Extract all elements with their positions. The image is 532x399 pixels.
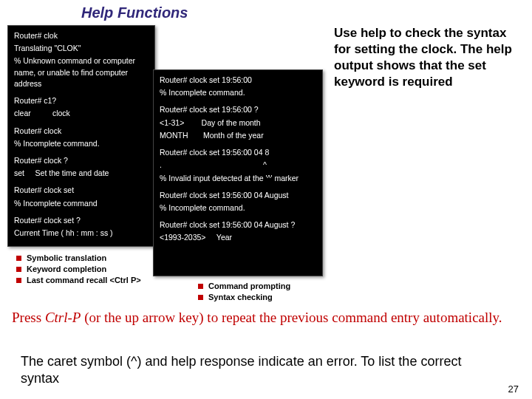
- term-line: Router# clock set ?: [14, 215, 149, 226]
- term-block: Router# clock set % Incomplete command: [14, 185, 149, 208]
- term-line: Router# clock: [14, 126, 149, 137]
- term-block: Router# c1? clear clock: [14, 95, 149, 119]
- tip-keystroke: Ctrl-P: [45, 310, 81, 325]
- tip-note: Press Ctrl-P (or the up arrow key) to re…: [12, 309, 514, 327]
- list-item: Syntax checking: [198, 292, 290, 303]
- term-block: Router# clock set 19:56:00 % Incomplete …: [160, 75, 316, 98]
- terminal-right: Router# clock set 19:56:00 % Incomplete …: [153, 69, 323, 276]
- slide-title: Help Functions: [81, 4, 188, 21]
- term-block: Router# clock % Incomplete command.: [14, 126, 149, 149]
- term-line: Translating "CLOK": [14, 43, 149, 54]
- term-line: % Unknown command or computer name, or u…: [14, 55, 149, 89]
- feature-list-right: Command prompting Syntax checking: [198, 281, 290, 303]
- list-item: Last command recall <Ctrl P>: [16, 275, 141, 286]
- term-block: Router# clock ? set Set the time and dat…: [14, 155, 149, 179]
- term-block: Router# clock set ? Current Time ( hh : …: [14, 215, 149, 239]
- term-line: Router# clock set 19:56:00 04 August ?: [160, 219, 316, 231]
- term-line: . ^: [160, 160, 316, 171]
- term-line: set Set the time and date: [14, 168, 149, 179]
- explanation-text: Use help to check the syntax for setting…: [334, 25, 519, 90]
- term-line: Router# clock set 19:56:00 04 August: [160, 190, 316, 201]
- term-line: Router# clock set 19:56:00: [160, 75, 316, 86]
- term-line: % Incomplete command.: [160, 202, 316, 214]
- term-line: clear clock: [14, 108, 149, 119]
- terminal-left: Router# clok Translating "CLOK" % Unknow…: [7, 25, 155, 247]
- term-line: <1-31> Day of the month: [160, 117, 316, 129]
- term-line: % Incomplete command.: [14, 138, 149, 149]
- term-block: Router# clock set 19:56:00 04 8 . ^ % In…: [160, 147, 316, 184]
- term-line: Router# c1?: [14, 95, 149, 106]
- list-item: Keyword completion: [16, 264, 141, 275]
- caret-note: The caret symbol (^) and help response i…: [21, 353, 494, 388]
- page-number: 27: [508, 383, 519, 395]
- term-line: % Incomplete command: [14, 198, 149, 209]
- term-line: Router# clock set: [14, 185, 149, 196]
- term-line: <1993-2035> Year: [160, 232, 316, 243]
- term-line: % Incomplete command.: [160, 87, 316, 98]
- tip-text: Press: [12, 310, 45, 325]
- term-block: Router# clok Translating "CLOK" % Unknow…: [14, 30, 149, 89]
- term-line: Router# clok: [14, 30, 149, 41]
- term-block: Router# clock set 19:56:00 04 August % I…: [160, 190, 316, 214]
- list-item: Command prompting: [198, 281, 290, 292]
- term-line: MONTH Month of the year: [160, 130, 316, 141]
- list-item: Symbolic translation: [16, 253, 141, 264]
- tip-text: (or the up arrow key) to repeat the prev…: [81, 310, 502, 325]
- term-block: Router# clock set 19:56:00 ? <1-31> Day …: [160, 104, 316, 141]
- term-line: Router# clock set 19:56:00 04 8: [160, 147, 316, 158]
- term-line: Router# clock ?: [14, 155, 149, 166]
- term-line: % Invalid input detected at the '^' mark…: [160, 173, 316, 184]
- term-line: Current Time ( hh : mm : ss ): [14, 228, 149, 239]
- term-block: Router# clock set 19:56:00 04 August ? <…: [160, 219, 316, 243]
- term-line: Router# clock set 19:56:00 ?: [160, 104, 316, 115]
- feature-list-left: Symbolic translation Keyword completion …: [16, 253, 141, 286]
